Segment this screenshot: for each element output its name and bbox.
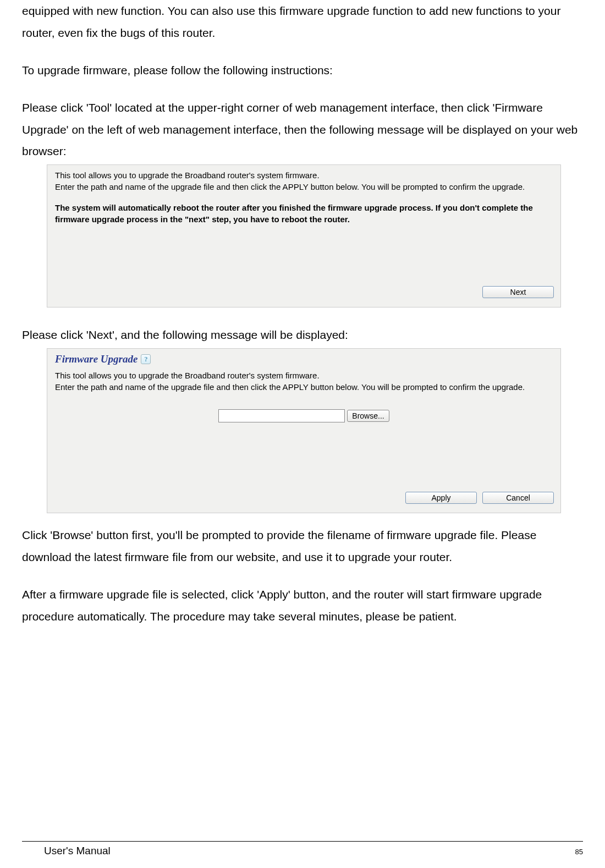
firmware-file-input[interactable]: [218, 409, 345, 422]
paragraph-apply-instructions: After a firmware upgrade file is selecte…: [22, 584, 583, 628]
screenshot-panel-2: Firmware Upgrade ? This tool allows you …: [47, 348, 561, 513]
paragraph-intro: equipped with new function. You can also…: [22, 0, 583, 44]
paragraph-step2: Please click 'Next', and the following m…: [22, 324, 583, 346]
panel2-heading: Firmware Upgrade ?: [55, 353, 553, 365]
screenshot-panel-1: This tool allows you to upgrade the Broa…: [47, 164, 561, 307]
page-footer: User's Manual 85: [22, 841, 583, 857]
footer-title: User's Manual: [22, 845, 111, 857]
browse-button[interactable]: Browse...: [347, 410, 389, 422]
cancel-button[interactable]: Cancel: [482, 492, 554, 504]
next-button[interactable]: Next: [482, 286, 554, 298]
panel2-heading-text: Firmware Upgrade: [55, 353, 138, 365]
panel1-line2: Enter the path and name of the upgrade f…: [55, 181, 553, 193]
footer-rule: [22, 841, 583, 842]
panel2-line1: This tool allows you to upgrade the Broa…: [55, 370, 553, 381]
paragraph-browse-instructions: Click 'Browse' button first, you'll be p…: [22, 524, 583, 568]
help-icon: ?: [141, 354, 151, 364]
apply-button[interactable]: Apply: [405, 492, 477, 504]
file-upload-row: Browse...: [55, 409, 553, 422]
paragraph-instructions-heading: To upgrade firmware, please follow the f…: [22, 59, 583, 81]
panel1-bold-warning: The system will automatically reboot the…: [55, 202, 553, 225]
panel2-line2: Enter the path and name of the upgrade f…: [55, 381, 553, 393]
page-number: 85: [575, 848, 583, 856]
paragraph-step1: Please click 'Tool' located at the upper…: [22, 97, 583, 163]
panel1-line1: This tool allows you to upgrade the Broa…: [55, 169, 553, 181]
